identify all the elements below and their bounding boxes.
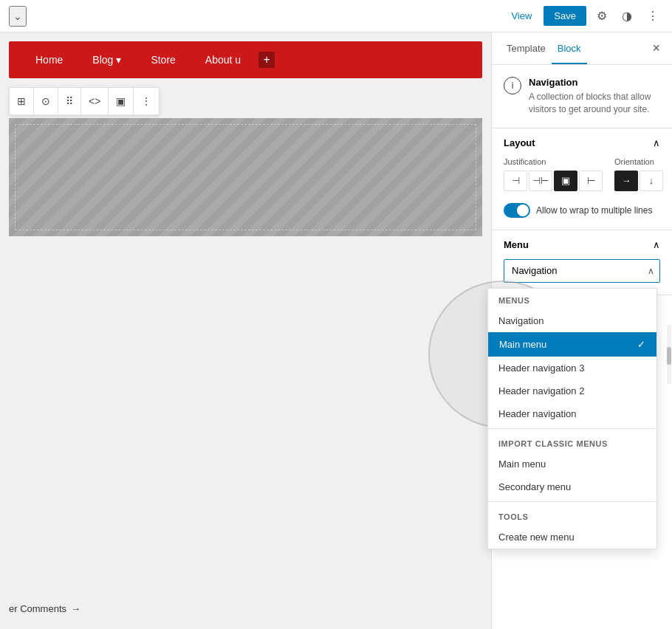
menu-section: Menu ∧ Navigation Main menu ∧ xyxy=(492,230,672,295)
top-bar-left: ⌄ xyxy=(9,6,27,27)
close-icon: × xyxy=(652,41,660,55)
orientation-label: Orientation xyxy=(614,157,663,166)
collapse-button[interactable]: ⌄ xyxy=(9,6,27,27)
layout-section-header[interactable]: Layout ∧ xyxy=(492,128,672,157)
toolbar-block-type[interactable]: ⊞ xyxy=(10,88,34,114)
canvas-border xyxy=(15,124,476,230)
nav-about[interactable]: About u xyxy=(191,41,256,78)
canvas-preview xyxy=(9,118,482,236)
layout-section: Layout ∧ Justification ⊣ ⊣⊢ ▣ ⊢ xyxy=(492,128,672,230)
block-toolbar: ⊞ ⊙ ⠿ <> ▣ ⋮ xyxy=(9,87,160,115)
scrollbar-thumb[interactable] xyxy=(667,347,671,365)
menu-section-header[interactable]: Menu ∧ xyxy=(492,230,672,259)
menus-section-label: MENUS xyxy=(488,289,656,309)
blog-dropdown-icon: ▾ xyxy=(116,54,121,66)
wrap-toggle-row: Allow to wrap to multiple lines xyxy=(504,203,660,218)
nav-home[interactable]: Home xyxy=(21,41,78,78)
layout-section-content: Justification ⊣ ⊣⊢ ▣ ⊢ Orientation xyxy=(492,157,672,230)
nav-store[interactable]: Store xyxy=(136,41,190,78)
panel-header: Template Block × xyxy=(492,32,672,65)
footer-link-text: er Comments xyxy=(9,603,66,614)
justify-buttons: ⊣ ⊣⊢ ▣ ⊢ xyxy=(504,171,603,191)
navigation-info-desc: A collection of blocks that allow visito… xyxy=(529,91,660,116)
more-options-button[interactable]: ⋮ xyxy=(642,6,663,26)
contrast-button[interactable]: ◑ xyxy=(617,6,637,26)
dropdown-item-header-nav-2[interactable]: Header navigation 2 xyxy=(488,379,656,402)
dropdown-item-header-nav-3[interactable]: Header navigation 3 xyxy=(488,357,656,379)
tab-block[interactable]: Block xyxy=(552,34,587,64)
contrast-icon: ◑ xyxy=(622,9,632,23)
panel-close-button[interactable]: × xyxy=(649,38,663,59)
nav-add-button[interactable]: + xyxy=(258,52,275,68)
orientation-buttons: → ↓ xyxy=(614,171,663,191)
navigation-info: i Navigation A collection of blocks that… xyxy=(492,65,672,128)
save-button[interactable]: Save xyxy=(544,6,586,26)
gear-icon: ⚙ xyxy=(597,9,607,23)
canvas-footer: er Comments → xyxy=(9,603,80,614)
navigation-info-text: Navigation A collection of blocks that a… xyxy=(529,77,660,116)
scrollbar-track xyxy=(667,325,671,384)
orientation-col: Orientation → ↓ xyxy=(614,157,663,197)
dropdown-item-secondary-menu[interactable]: Secondary menu xyxy=(488,475,656,498)
canvas-area: Home Blog ▾ Store About u + ⊞ ⊙ ⠿ <> ▣ ⋮… xyxy=(0,32,491,629)
layout-controls-row: Justification ⊣ ⊣⊢ ▣ ⊢ Orientation xyxy=(504,157,660,197)
tools-section-label: TOOLS xyxy=(488,505,656,526)
tab-template[interactable]: Template xyxy=(501,34,552,64)
toolbar-edit[interactable]: <> xyxy=(81,88,109,114)
nav-blog[interactable]: Blog ▾ xyxy=(78,41,136,78)
dropdown-item-main-menu[interactable]: Main menu ✓ xyxy=(488,332,656,357)
dropdown-divider-2 xyxy=(488,501,656,502)
menu-dropdown: MENUS Navigation Main menu ✓ Header navi… xyxy=(487,288,657,549)
orient-vertical-button[interactable]: ↓ xyxy=(640,171,663,191)
navigation-block-icon: i xyxy=(504,77,521,94)
justify-space-button[interactable]: ⊢ xyxy=(579,171,603,191)
menu-select-wrapper: Navigation Main menu ∧ xyxy=(504,259,660,283)
layout-collapse-icon: ∧ xyxy=(653,137,660,148)
dropdown-item-header-nav[interactable]: Header navigation xyxy=(488,402,656,425)
layout-title: Layout xyxy=(504,137,535,148)
dropdown-item-import-main-menu[interactable]: Main menu xyxy=(488,453,656,475)
toolbar-more[interactable]: ⋮ xyxy=(134,88,159,114)
settings-button[interactable]: ⚙ xyxy=(592,6,611,26)
wrap-label: Allow to wrap to multiple lines xyxy=(536,205,652,216)
menu-select[interactable]: Navigation Main menu xyxy=(504,259,660,283)
wrap-toggle[interactable] xyxy=(504,203,530,218)
justify-center-button[interactable]: ⊣⊢ xyxy=(529,171,552,191)
toolbar-align[interactable]: ▣ xyxy=(109,88,134,114)
dropdown-item-navigation[interactable]: Navigation xyxy=(488,309,656,332)
orient-horizontal-button[interactable]: → xyxy=(614,171,638,191)
justify-right-button[interactable]: ▣ xyxy=(554,171,577,191)
navigation-block[interactable]: Home Blog ▾ Store About u + xyxy=(9,41,482,78)
main-menu-label: Main menu xyxy=(499,339,546,350)
more-icon: ⋮ xyxy=(647,9,659,23)
view-button[interactable]: View xyxy=(505,7,538,24)
dropdown-item-create-menu[interactable]: Create new menu xyxy=(488,526,656,549)
dropdown-divider-1 xyxy=(488,428,656,429)
menu-title: Menu xyxy=(504,239,529,250)
toolbar-drag[interactable]: ⠿ xyxy=(58,88,81,114)
checkmark-icon: ✓ xyxy=(637,339,645,350)
navigation-info-title: Navigation xyxy=(529,77,660,88)
import-section-label: IMPORT CLASSIC MENUS xyxy=(488,432,656,453)
top-bar: ⌄ View Save ⚙ ◑ ⋮ xyxy=(0,0,672,32)
menu-collapse-icon: ∧ xyxy=(653,239,660,250)
justify-left-button[interactable]: ⊣ xyxy=(504,171,527,191)
toolbar-settings[interactable]: ⊙ xyxy=(34,88,58,114)
justification-label: Justification xyxy=(504,157,603,166)
justification-col: Justification ⊣ ⊣⊢ ▣ ⊢ xyxy=(504,157,603,197)
footer-arrow-icon: → xyxy=(71,603,80,614)
